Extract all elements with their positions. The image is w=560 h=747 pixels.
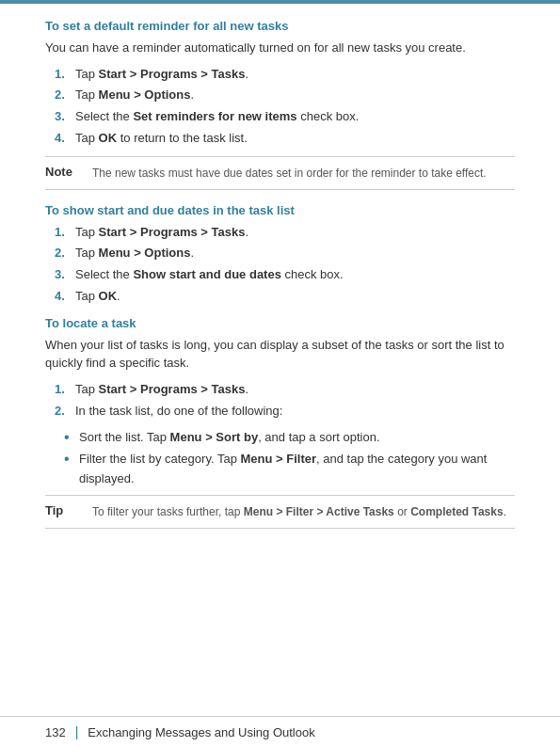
footer-divider: | — [75, 724, 79, 739]
main-content: To set a default reminder for all new ta… — [0, 4, 560, 716]
bullet-text: Sort the list. Tap Menu > Sort by, and t… — [79, 428, 380, 448]
step-text: In the task list, do one of the followin… — [75, 402, 282, 421]
tip-bold1: Menu > Filter > Active Tasks — [244, 505, 394, 518]
step-bold: OK — [99, 131, 118, 145]
step-num: 4. — [55, 287, 75, 307]
tip-bold2: Completed Tasks — [410, 505, 503, 518]
step-text: Tap Start > Programs > Tasks. — [75, 223, 248, 243]
bullet-bold: Menu > Sort by — [170, 430, 259, 444]
step-num: 1. — [55, 65, 75, 85]
step-num: 3. — [55, 265, 75, 285]
note-text: The new tasks must have due dates set in… — [92, 165, 487, 182]
section-show-dates: To show start and due dates in the task … — [45, 203, 515, 307]
step-2-2: 2. Tap Menu > Options. — [55, 244, 515, 263]
note-box: Note The new tasks must have due dates s… — [45, 156, 515, 190]
step-1-2: 2. Tap Menu > Options. — [55, 86, 515, 105]
step-3-1: 1. Tap Start > Programs > Tasks. — [55, 380, 515, 400]
step-bold: Menu > Options — [99, 87, 191, 102]
step-num: 1. — [55, 380, 75, 400]
section2-steps: 1. Tap Start > Programs > Tasks. 2. Tap … — [55, 223, 515, 307]
footer-page-num: 132 — [45, 725, 66, 739]
section3-title: To locate a task — [45, 316, 515, 330]
footer-chapter: Exchanging Messages and Using Outlook — [88, 725, 314, 739]
step-1-4: 4. Tap OK to return to the task list. — [55, 129, 515, 149]
bullet-text: Filter the list by category. Tap Menu > … — [79, 450, 515, 489]
step-1-1: 1. Tap Start > Programs > Tasks. — [55, 65, 515, 85]
step-num: 3. — [55, 107, 75, 127]
step-num: 1. — [55, 223, 75, 243]
bullet-icon: • — [64, 428, 79, 448]
step-bold: Menu > Options — [99, 246, 191, 260]
step-text: Tap OK to return to the task list. — [75, 129, 248, 149]
step-1-3: 3. Select the Set reminders for new item… — [55, 107, 515, 127]
tip-box: Tip To filter your tasks further, tap Me… — [45, 495, 515, 529]
page: To set a default reminder for all new ta… — [0, 0, 560, 747]
step-bold: Start > Programs > Tasks — [99, 225, 246, 239]
note-label: Note — [45, 165, 92, 182]
step-text: Tap Start > Programs > Tasks. — [75, 65, 248, 85]
section1-intro: You can have a reminder automatically tu… — [45, 39, 515, 57]
step-3-2: 2. In the task list, do one of the follo… — [55, 402, 515, 421]
bullet-filter: • Filter the list by category. Tap Menu … — [64, 450, 515, 489]
section2-title: To show start and due dates in the task … — [45, 203, 515, 217]
bullet-bold: Menu > Filter — [240, 452, 316, 466]
step-bold: Start > Programs > Tasks — [99, 382, 246, 396]
step-text: Tap Menu > Options. — [75, 244, 194, 263]
footer: 132 | Exchanging Messages and Using Outl… — [0, 716, 560, 747]
step-num: 2. — [55, 86, 75, 105]
section3-bullets: • Sort the list. Tap Menu > Sort by, and… — [64, 428, 515, 488]
step-text: Tap Menu > Options. — [75, 86, 194, 105]
step-bold: Set reminders for new items — [133, 109, 296, 123]
tip-text: To filter your tasks further, tap Menu >… — [92, 503, 506, 520]
step-bold: Show start and due dates — [133, 267, 280, 281]
step-num: 4. — [55, 129, 75, 149]
section-set-reminder: To set a default reminder for all new ta… — [45, 19, 515, 190]
step-num: 2. — [55, 244, 75, 263]
step-text: Select the Show start and due dates chec… — [75, 265, 344, 285]
step-bold: Start > Programs > Tasks — [99, 67, 246, 81]
bullet-icon: • — [64, 450, 79, 469]
section3-intro: When your list of tasks is long, you can… — [45, 336, 515, 373]
step-bold: OK — [99, 289, 118, 303]
step-text: Tap Start > Programs > Tasks. — [75, 380, 248, 400]
step-2-4: 4. Tap OK. — [55, 287, 515, 307]
section1-title: To set a default reminder for all new ta… — [45, 19, 515, 33]
section-locate-task: To locate a task When your list of tasks… — [45, 316, 515, 529]
section3-steps: 1. Tap Start > Programs > Tasks. 2. In t… — [55, 380, 515, 421]
bullet-sort: • Sort the list. Tap Menu > Sort by, and… — [64, 428, 515, 448]
step-num: 2. — [55, 402, 75, 421]
step-2-1: 1. Tap Start > Programs > Tasks. — [55, 223, 515, 243]
step-2-3: 3. Select the Show start and due dates c… — [55, 265, 515, 285]
tip-label: Tip — [45, 503, 92, 520]
step-text: Select the Set reminders for new items c… — [75, 107, 359, 127]
section1-steps: 1. Tap Start > Programs > Tasks. 2. Tap … — [55, 65, 515, 149]
step-text: Tap OK. — [75, 287, 120, 307]
